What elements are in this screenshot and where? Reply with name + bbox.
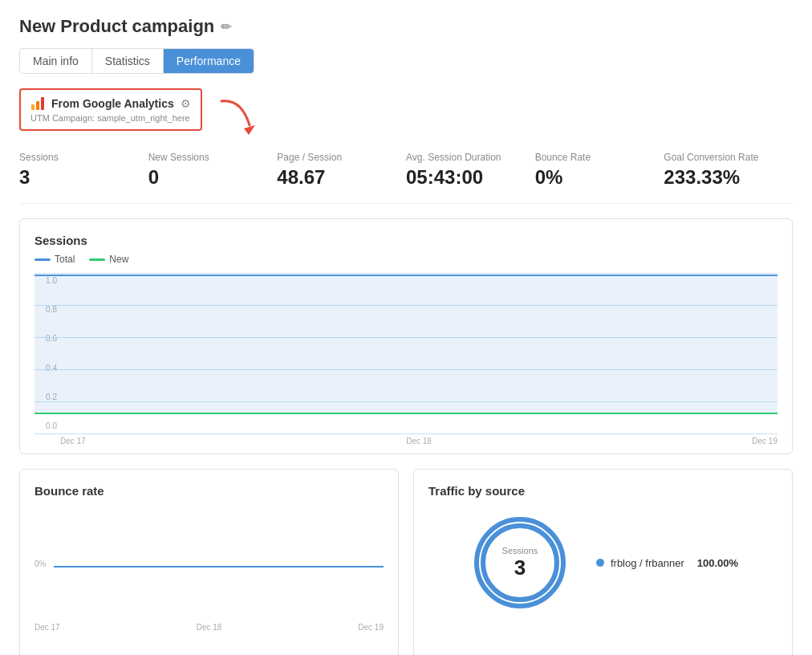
metric-avg-duration: Avg. Session Duration 05:43:00 <box>406 152 535 189</box>
bounce-rate-line <box>54 566 384 568</box>
traffic-legend-dot <box>596 559 604 567</box>
metric-sessions-label: Sessions <box>19 152 136 163</box>
traffic-legend-item: frblog / frbanner 100.00% <box>596 557 738 569</box>
gear-icon[interactable]: ⚙ <box>181 97 191 110</box>
donut-sessions-label: Sessions <box>502 546 538 555</box>
svg-marker-3 <box>244 125 255 135</box>
sessions-chart-content <box>35 273 777 433</box>
legend-new: New <box>89 254 128 265</box>
svg-rect-2 <box>41 97 44 110</box>
red-arrow-icon <box>213 95 262 135</box>
svg-rect-1 <box>36 101 39 110</box>
arrow-indicator <box>213 95 262 137</box>
analytics-box: From Google Analytics ⚙ UTM Campaign: sa… <box>19 88 202 131</box>
metric-new-sessions-value: 0 <box>148 166 265 189</box>
legend-new-label: New <box>109 254 128 265</box>
bounce-x-labels: Dec 17 Dec 18 Dec 19 <box>35 618 384 632</box>
metric-bounce-rate-value: 0% <box>535 166 652 189</box>
x-label-dec18: Dec 18 <box>406 437 432 445</box>
sessions-chart-legend: Total New <box>35 254 777 265</box>
metric-goal-conversion-value: 233.33% <box>664 166 780 189</box>
metric-bounce-rate: Bounce Rate 0% <box>535 152 664 189</box>
svg-rect-0 <box>31 104 35 110</box>
analytics-header: From Google Analytics ⚙ <box>30 96 191 111</box>
metric-goal-conversion-label: Goal Conversion Rate <box>664 152 780 163</box>
analytics-title: From Google Analytics <box>51 97 174 110</box>
tab-statistics[interactable]: Statistics <box>92 49 164 73</box>
legend-total-label: Total <box>55 254 75 265</box>
edit-icon[interactable]: ✏ <box>221 19 231 35</box>
traffic-source-label: frblog / frbanner <box>611 557 684 569</box>
metric-new-sessions: New Sessions 0 <box>148 152 278 189</box>
metric-avg-duration-value: 05:43:00 <box>406 166 522 189</box>
tabs-bar: Main info Statistics Performance <box>19 48 254 74</box>
traffic-source-pct: 100.00% <box>697 557 738 569</box>
bounce-x-dec18: Dec 18 <box>197 623 222 632</box>
bounce-x-dec17: Dec 17 <box>35 623 60 632</box>
metric-avg-duration-label: Avg. Session Duration <box>406 152 522 163</box>
metric-bounce-rate-label: Bounce Rate <box>535 152 652 163</box>
metric-sessions-value: 3 <box>19 166 136 189</box>
utm-label-row: UTM Campaign: sample_utm_right_here <box>30 113 191 123</box>
page-title: New Product campaign <box>19 16 214 37</box>
metric-page-session: Page / Session 48.67 <box>277 152 406 189</box>
metric-new-sessions-label: New Sessions <box>148 152 265 163</box>
tab-performance[interactable]: Performance <box>164 49 254 73</box>
bounce-rate-card: Bounce rate 0% Dec 17 Dec 18 Dec 19 <box>19 469 399 655</box>
metrics-row: Sessions 3 New Sessions 0 Page / Session… <box>19 152 793 204</box>
traffic-title: Traffic by source <box>428 484 777 498</box>
traffic-legend: frblog / frbanner 100.00% <box>596 557 738 569</box>
bounce-x-dec19: Dec 19 <box>358 623 384 632</box>
bounce-chart-area: 0% <box>35 514 384 618</box>
metric-page-session-label: Page / Session <box>277 152 393 163</box>
google-analytics-icon <box>30 96 45 111</box>
page-title-row: New Product campaign ✏ <box>19 16 793 37</box>
sessions-chart-title: Sessions <box>35 234 777 247</box>
traffic-by-source-card: Traffic by source Sessions 3 <box>413 469 793 655</box>
chart-line-new <box>35 413 777 414</box>
x-label-dec17: Dec 17 <box>60 437 86 445</box>
sessions-chart-wrap: 1.0 0.8 0.6 0.4 0.2 0.0 <box>35 273 777 433</box>
utm-label-text: UTM Campaign: <box>30 113 95 123</box>
legend-total-dot <box>35 258 51 261</box>
chart-line-total <box>35 275 777 276</box>
metric-page-session-value: 48.67 <box>277 166 393 189</box>
bottom-row: Bounce rate 0% Dec 17 Dec 18 Dec 19 Traf… <box>19 469 793 655</box>
tab-main-info[interactable]: Main info <box>20 49 92 73</box>
donut-container: Sessions 3 frblog / frbanner 100.00% <box>428 511 777 615</box>
bounce-y-label: 0% <box>35 559 46 568</box>
metric-sessions: Sessions 3 <box>19 152 148 189</box>
sessions-chart-card: Sessions Total New 1.0 0.8 0.6 0.4 0.2 0… <box>19 218 793 454</box>
grid-line-1 <box>35 273 777 274</box>
donut-chart-wrap: Sessions 3 <box>468 511 572 615</box>
analytics-row: From Google Analytics ⚙ UTM Campaign: sa… <box>19 88 793 137</box>
sessions-x-labels: Dec 17 Dec 18 Dec 19 <box>60 433 777 445</box>
x-label-dec19: Dec 19 <box>752 437 777 445</box>
metric-goal-conversion: Goal Conversion Rate 233.33% <box>664 152 793 189</box>
bounce-rate-title: Bounce rate <box>35 484 384 498</box>
legend-total: Total <box>35 254 75 265</box>
chart-fill <box>35 275 777 414</box>
grid-line-0 <box>35 433 777 434</box>
donut-center: Sessions 3 <box>502 546 538 580</box>
legend-new-dot <box>89 258 105 261</box>
utm-value: sample_utm_right_here <box>97 113 190 123</box>
donut-sessions-value: 3 <box>502 555 538 580</box>
